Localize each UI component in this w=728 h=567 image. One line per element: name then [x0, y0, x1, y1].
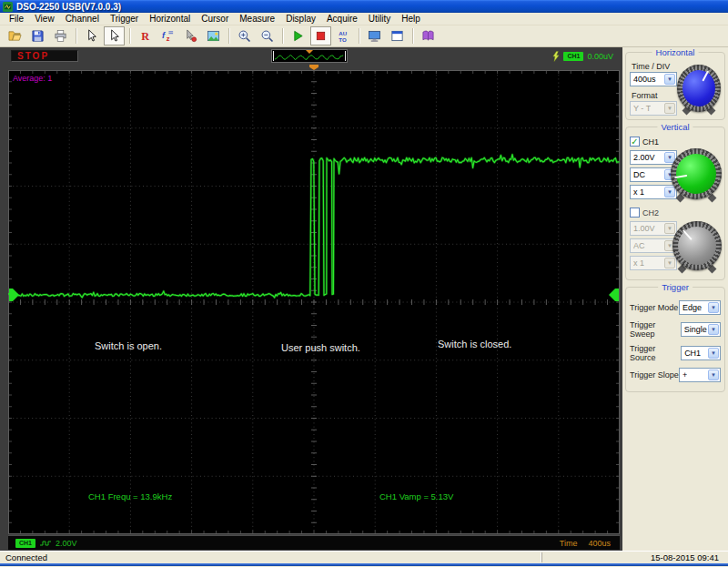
trigger-source-select[interactable]: CH1 ▼: [681, 346, 721, 360]
trigger-source-badge: CH1: [563, 52, 583, 61]
group-title: Trigger: [658, 282, 693, 292]
lightning-icon: [552, 51, 560, 62]
toolbar-separator: [129, 28, 130, 44]
menu-item[interactable]: Utility: [363, 14, 396, 24]
snapshot-button[interactable]: [203, 26, 224, 46]
ch2-checkbox[interactable]: [630, 208, 640, 218]
time-div-label: Time / DIV: [632, 62, 677, 71]
trigger-row: Trigger Source CH1 ▼: [630, 344, 721, 362]
save-icon: [31, 29, 45, 43]
oscilloscope-display[interactable]: Average: 1Switch is open.User push switc…: [8, 70, 620, 534]
toolbar-separator: [412, 28, 413, 44]
channel-badge: CH1: [15, 539, 35, 548]
zoom-in-button[interactable]: [234, 26, 255, 46]
toolbar-separator: [282, 28, 283, 44]
horizontal-group: Horizontal Time / DIV 400us ▼ Format Y -…: [625, 52, 725, 120]
menu-item[interactable]: Horizontal: [144, 14, 196, 24]
menu-item[interactable]: Help: [396, 14, 426, 24]
menu-item[interactable]: File: [4, 14, 29, 24]
menu-item[interactable]: Acquire: [321, 14, 363, 24]
svg-text:R: R: [141, 30, 149, 43]
status-bar: Connected 15-08-2015 09:41: [0, 551, 728, 563]
zoom-out-button[interactable]: [257, 26, 278, 46]
scope-measurement: CH1 Frequ = 13.9kHz: [88, 491, 172, 501]
connection-status: Connected: [0, 552, 541, 562]
cursor-icon: [85, 29, 98, 43]
print-button[interactable]: [50, 26, 71, 46]
toolbar-separator: [359, 28, 359, 44]
trigger-group: Trigger Trigger Mode Edge ▼ Trigger Swee…: [625, 287, 725, 392]
trigger-row-label: Trigger Sweep: [630, 320, 681, 339]
menu-item[interactable]: Cursor: [196, 14, 234, 24]
group-title: Horizontal: [652, 47, 699, 57]
menu-item[interactable]: Channel: [60, 14, 105, 24]
trigger-row: Trigger Slope + ▼: [630, 368, 721, 382]
trigger-row-label: Trigger Slope: [630, 370, 679, 380]
menu-item[interactable]: View: [29, 14, 60, 24]
full-screen-button[interactable]: [364, 26, 385, 46]
refresh-button[interactable]: R: [135, 26, 156, 46]
preview-trigger-marker: [306, 50, 313, 54]
ch2-probe-select: x 1▼: [630, 256, 677, 270]
ch1-position-knob[interactable]: [671, 148, 722, 199]
ch1-label: CH1: [642, 137, 659, 147]
trigger-sweep-select[interactable]: Single ▼: [681, 322, 721, 337]
zoomout-icon: [260, 29, 274, 43]
record-preview[interactable]: [271, 49, 348, 63]
pointer-tool-button[interactable]: [81, 26, 102, 46]
ch2-volts-select: 1.00V▼: [630, 221, 677, 236]
format-select: Y - T ▼: [630, 101, 677, 116]
menu-item[interactable]: Measure: [234, 14, 280, 24]
vertical-group: Vertical ✓ CH1 2.00V▼ DC▼ x 1▼: [625, 127, 725, 280]
average-label: Average: 1: [13, 74, 52, 83]
windowicon-icon: [390, 29, 404, 43]
menu-item[interactable]: Trigger: [105, 14, 144, 24]
window-border: [0, 563, 728, 566]
ch1-checkbox[interactable]: ✓: [630, 137, 640, 147]
folder-icon: [8, 29, 22, 43]
measure-fz-button[interactable]: fz: [157, 26, 178, 46]
svg-text:TO: TO: [339, 36, 347, 43]
time-per-div-value: 400us: [588, 539, 611, 548]
toolbar: R fz AUTO: [0, 25, 728, 47]
save-button[interactable]: [27, 26, 48, 46]
time-label: Time: [560, 539, 578, 548]
probe-adjust-button[interactable]: [180, 26, 201, 46]
stop-acquisition-button[interactable]: [310, 26, 331, 46]
start-acquisition-button[interactable]: [288, 26, 308, 46]
time-div-select[interactable]: 400us ▼: [630, 72, 677, 86]
select-tool-button[interactable]: [104, 26, 125, 46]
acquisition-strip: STOP CH1 0.00uV: [0, 47, 622, 65]
monitor-icon: [368, 29, 381, 43]
chevron-down-icon[interactable]: ▼: [708, 370, 719, 380]
autoset-button[interactable]: AUTO: [333, 26, 354, 46]
chevron-down-icon: ▼: [664, 103, 675, 114]
fz-icon: fz: [161, 29, 175, 43]
ch2-position-knob[interactable]: [672, 221, 722, 270]
trigger-level-readout: CH1 0.00uV: [552, 50, 613, 62]
horizontal-position-knob[interactable]: [677, 65, 721, 112]
ch2-label: CH2: [642, 208, 659, 218]
trigger-slope-select[interactable]: + ▼: [679, 368, 721, 382]
open-file-button[interactable]: [5, 26, 25, 46]
chevron-down-icon[interactable]: ▼: [708, 324, 719, 335]
book-icon: [421, 29, 435, 43]
chevron-down-icon[interactable]: ▼: [664, 74, 675, 85]
auto-icon: AUTO: [337, 29, 350, 43]
trigger-mode-select[interactable]: Edge ▼: [679, 300, 721, 315]
menu-item[interactable]: Display: [280, 14, 321, 24]
chevron-down-icon[interactable]: ▼: [708, 348, 719, 359]
window-layout-button[interactable]: [387, 26, 408, 46]
svg-text:AU: AU: [339, 30, 347, 36]
scope-area: STOP CH1 0.00uV Average: 1Switch is open…: [0, 47, 622, 551]
coupling-icon: [40, 540, 51, 547]
chevron-down-icon[interactable]: ▼: [708, 302, 719, 313]
svg-text:f: f: [162, 31, 166, 40]
status-badge: STOP: [11, 50, 78, 62]
help-book-button[interactable]: [418, 26, 439, 46]
window-title: DSO-2250 USB(V7.0.0.3): [16, 2, 121, 12]
app-icon: [3, 2, 13, 12]
datetime-status: 15-08-2015 09:41: [541, 552, 728, 562]
zoomin-icon: [238, 29, 251, 43]
trigger-row: Trigger Mode Edge ▼: [630, 300, 721, 315]
